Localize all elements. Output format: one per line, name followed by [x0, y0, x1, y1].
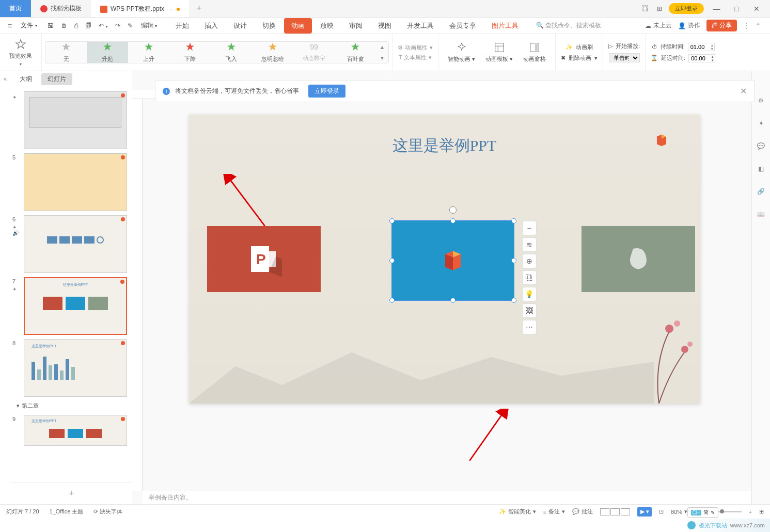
- ime-indicator[interactable]: CH 简 ✎: [687, 507, 718, 518]
- slide-thumb-7[interactable]: 这里是举例PPT: [24, 277, 127, 335]
- float-layers-button[interactable]: ≋: [522, 237, 537, 252]
- save-icon[interactable]: 🖫: [44, 22, 57, 29]
- resize-handle-ml[interactable]: [389, 258, 395, 263]
- cloud-status[interactable]: ☁ 未上云: [645, 21, 672, 30]
- resize-handle-tl[interactable]: [389, 218, 395, 223]
- resize-handle-tc[interactable]: [450, 218, 455, 223]
- duration-input[interactable]: ▴▾: [688, 43, 715, 51]
- coop-button[interactable]: 👤 协作: [678, 21, 700, 30]
- menu-tab-member[interactable]: 会员专享: [442, 18, 483, 34]
- menu-tab-devtools[interactable]: 开发工具: [400, 18, 441, 34]
- slide-thumb-4[interactable]: [24, 91, 127, 149]
- anim-properties-button[interactable]: ⚙ 动画属性 ▾: [398, 44, 433, 52]
- menu-tab-review[interactable]: 审阅: [342, 18, 370, 34]
- collapse-ribbon-icon[interactable]: ⌃: [756, 22, 761, 29]
- share-button[interactable]: ⮳ 分享: [706, 20, 737, 31]
- anim-ascend[interactable]: 上升: [128, 42, 169, 63]
- tab-home[interactable]: 首页: [0, 0, 31, 17]
- file-menu[interactable]: 文件 ▾: [15, 21, 42, 30]
- menu-tab-slideshow[interactable]: 放映: [313, 18, 341, 34]
- notification-close-button[interactable]: ✕: [740, 86, 747, 96]
- rotate-handle[interactable]: [449, 206, 457, 214]
- anim-none[interactable]: 无: [45, 42, 87, 63]
- presenter-icon[interactable]: ▫: [170, 6, 172, 13]
- anim-gallery-more[interactable]: ▴▾: [376, 42, 388, 63]
- comments-button[interactable]: 💬 批注: [572, 508, 593, 515]
- menu-more-icon[interactable]: ⋮: [743, 22, 749, 29]
- slide-thumb-5[interactable]: [24, 153, 127, 211]
- resize-handle-tr[interactable]: [511, 218, 516, 223]
- anim-dynamic[interactable]: 99 动态数字: [293, 42, 335, 63]
- image-green[interactable]: [582, 226, 695, 292]
- menu-tab-pictools[interactable]: 图片工具: [484, 18, 526, 34]
- missing-font[interactable]: ⟳ 缺失字体: [93, 508, 122, 515]
- anim-pane-button[interactable]: 动画窗格: [518, 42, 551, 63]
- anim-blinds[interactable]: 百叶窗: [335, 42, 376, 63]
- text-properties-button[interactable]: T 文本属性 ▾: [399, 54, 432, 61]
- right-link-icon[interactable]: 🔗: [757, 188, 765, 195]
- add-tab-button[interactable]: +: [189, 3, 209, 14]
- format-painter-icon[interactable]: ✎: [124, 22, 136, 29]
- tab-document[interactable]: WPS PPT教程.pptx ▫: [91, 0, 189, 17]
- notification-login-button[interactable]: 立即登录: [308, 85, 345, 98]
- resize-handle-br[interactable]: [511, 298, 516, 303]
- anim-rise[interactable]: 升起: [87, 42, 128, 63]
- edit-menu[interactable]: 编辑 ▾: [136, 21, 162, 30]
- menu-tab-view[interactable]: 视图: [371, 18, 399, 34]
- float-idea-button[interactable]: 💡: [522, 287, 537, 301]
- undo-icon[interactable]: ↶ ▾: [96, 22, 111, 29]
- float-crop-button[interactable]: ⿻: [522, 270, 537, 285]
- left-collapse[interactable]: «: [0, 71, 10, 504]
- anim-brush-button[interactable]: ✨ 动画刷: [565, 43, 593, 51]
- panel-tab-outline[interactable]: 大纲: [13, 73, 38, 85]
- view-mode-buttons[interactable]: [600, 508, 630, 515]
- menu-tab-design[interactable]: 设计: [226, 18, 254, 34]
- notes-area[interactable]: 举例备注内容。: [143, 491, 751, 504]
- delay-input[interactable]: ▴▾: [688, 54, 715, 62]
- panel-tab-slides[interactable]: 幻灯片: [41, 73, 72, 85]
- float-zoom-button[interactable]: ⊕: [522, 254, 537, 268]
- maximize-button[interactable]: □: [730, 5, 744, 13]
- remarks-button[interactable]: ≡ 备注 ▾: [543, 508, 565, 515]
- slideshow-play-button[interactable]: ▶ ▾: [637, 507, 652, 517]
- minimize-button[interactable]: —: [708, 5, 726, 13]
- preview-button[interactable]: 预览效果 ▾: [4, 39, 37, 67]
- apps-icon[interactable]: ⊞: [654, 4, 665, 14]
- right-book-icon[interactable]: 📖: [757, 211, 765, 218]
- zoom-level[interactable]: 80% ▾: [671, 508, 687, 515]
- float-collapse-button[interactable]: −: [522, 221, 537, 235]
- thumbs-list[interactable]: ✦ 5 6✦🔊 7✦ 这里是举例PPT: [10, 87, 132, 482]
- right-settings-icon[interactable]: ⚙: [758, 97, 764, 104]
- anim-fade[interactable]: 忽明忽暗: [252, 42, 293, 63]
- save-as-icon[interactable]: 🗎: [58, 22, 70, 29]
- anim-flyin[interactable]: 飞入: [211, 42, 252, 63]
- print-icon[interactable]: ⎙: [71, 22, 81, 29]
- resize-handle-bl[interactable]: [389, 298, 395, 303]
- smart-anim-button[interactable]: 智能动画 ▾: [443, 42, 480, 63]
- start-play-select[interactable]: 单击时: [609, 53, 640, 62]
- image-office-selected[interactable]: − ≋ ⊕ ⿻ 💡 🖼 ⋯: [391, 220, 514, 301]
- redo-icon[interactable]: ↷: [112, 22, 123, 29]
- float-replace-button[interactable]: 🖼: [522, 303, 537, 318]
- right-chat-icon[interactable]: 💬: [757, 142, 765, 150]
- delete-anim-button[interactable]: ✖ 删除动画 ▾: [561, 54, 598, 62]
- section-header[interactable]: ▾ 第二章: [10, 399, 132, 413]
- fit-button[interactable]: ⊡: [659, 508, 664, 515]
- tab-templates[interactable]: 找稻壳模板: [31, 0, 91, 17]
- theme-name[interactable]: 1_Office 主题: [50, 508, 84, 515]
- menu-tab-transition[interactable]: 切换: [255, 18, 283, 34]
- slide-canvas[interactable]: 这里是举例PPT P: [189, 115, 700, 404]
- close-window-button[interactable]: ✕: [748, 5, 765, 13]
- slide-thumb-9[interactable]: 这里是举例PPT: [24, 415, 127, 446]
- right-animation-icon[interactable]: ✦: [759, 120, 764, 127]
- slide-title[interactable]: 这里是举例PPT: [392, 135, 497, 156]
- float-more-button[interactable]: ⋯: [522, 320, 537, 334]
- zoom-in-button[interactable]: +: [749, 509, 752, 515]
- command-search[interactable]: 🔍 查找命令、搜索模板: [536, 21, 601, 30]
- resize-handle-bc[interactable]: [450, 298, 455, 303]
- hamburger-icon[interactable]: ≡: [4, 22, 15, 30]
- login-button[interactable]: 立即登录: [669, 3, 704, 14]
- anim-template-button[interactable]: 动画模板 ▾: [480, 42, 518, 63]
- fit-page-button[interactable]: ⊞: [759, 508, 764, 515]
- print-preview-icon[interactable]: 🗐: [82, 22, 95, 29]
